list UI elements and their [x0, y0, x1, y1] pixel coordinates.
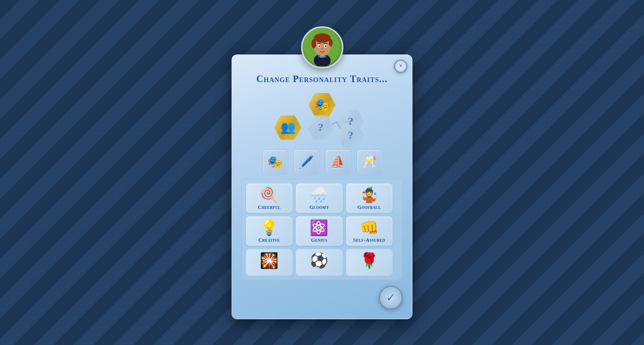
- trait-card-genius[interactable]: ⚛️ Genius: [295, 216, 342, 246]
- close-icon: ×: [399, 62, 403, 70]
- trait-card-goofball[interactable]: 🤹 Goofball: [346, 183, 393, 213]
- svg-point-4: [321, 56, 323, 57]
- trait-card-romantic[interactable]: 🌹: [346, 249, 393, 276]
- trait-card-loves-outdoors[interactable]: ⚽: [295, 249, 342, 276]
- trait-icon-toast[interactable]: 🥂: [357, 149, 382, 175]
- modal: × Change Personality Traits... 🎭 �: [232, 54, 412, 319]
- trait-tree: 🎭 👥 ? ? ?: [261, 93, 383, 145]
- avatar-container: [301, 26, 343, 69]
- close-button[interactable]: ×: [394, 60, 407, 73]
- svg-point-13: [321, 48, 323, 49]
- svg-point-6: [314, 33, 331, 43]
- trait-icon-sail[interactable]: ⛵: [325, 149, 351, 175]
- trait-grid: 🍭 Cheerful 🌧️ Gloomy 🤹 Goofball 💡 Creati…: [242, 179, 402, 280]
- trait-node-group[interactable]: 👥: [274, 115, 302, 140]
- check-icon: ✓: [386, 291, 396, 304]
- svg-point-12: [325, 45, 326, 47]
- trait-grid-wrapper: 🍭 Cheerful 🌧️ Gloomy 🤹 Goofball 💡 Creati…: [241, 179, 403, 280]
- avatar: [301, 26, 343, 69]
- trait-card-active[interactable]: 🎇: [246, 249, 293, 276]
- trait-name-genius: Genius: [311, 237, 327, 243]
- trait-name-gloomy: Gloomy: [310, 204, 329, 210]
- trait-emoji-cheerful: 🍭: [260, 187, 279, 202]
- trait-emoji-loves-outdoors: ⚽: [310, 253, 328, 268]
- trait-name-cheerful: Cheerful: [258, 204, 281, 210]
- svg-point-11: [318, 45, 320, 47]
- trait-icons-row: 🎭 🖊️ ⛵ 🥂: [241, 149, 403, 175]
- trait-card-gloomy[interactable]: 🌧️ Gloomy: [295, 183, 342, 213]
- trait-emoji-goofball: 🤹: [360, 187, 379, 202]
- modal-title: Change Personality Traits...: [241, 74, 403, 84]
- svg-point-7: [311, 39, 316, 48]
- trait-emoji-genius: ⚛️: [310, 220, 328, 235]
- trait-card-self-assured[interactable]: 👊 Self-Assured: [346, 216, 393, 246]
- trait-icon-quill[interactable]: 🖊️: [294, 149, 319, 175]
- trait-node-q1[interactable]: ?: [307, 115, 334, 140]
- trait-node-top[interactable]: 🎭: [309, 93, 336, 117]
- trait-emoji-self-assured: 👊: [360, 220, 379, 235]
- trait-name-creative: Creative: [258, 237, 280, 243]
- trait-name-self-assured: Self-Assured: [353, 237, 385, 243]
- trait-emoji-creative: 💡: [260, 220, 279, 235]
- confirm-button[interactable]: ✓: [379, 286, 403, 309]
- trait-emoji-gloomy: 🌧️: [310, 187, 328, 202]
- trait-emoji-romantic: 🌹: [360, 253, 379, 268]
- svg-point-8: [329, 39, 333, 46]
- modal-wrapper: × Change Personality Traits... 🎭 �: [232, 26, 412, 319]
- confirm-area: ✓: [241, 286, 403, 309]
- trait-card-cheerful[interactable]: 🍭 Cheerful: [246, 183, 293, 213]
- trait-emoji-active: 🎇: [260, 253, 279, 268]
- trait-card-creative[interactable]: 💡 Creative: [246, 216, 293, 246]
- trait-name-goofball: Goofball: [357, 204, 381, 210]
- trait-icon-drama[interactable]: 🎭: [262, 149, 288, 175]
